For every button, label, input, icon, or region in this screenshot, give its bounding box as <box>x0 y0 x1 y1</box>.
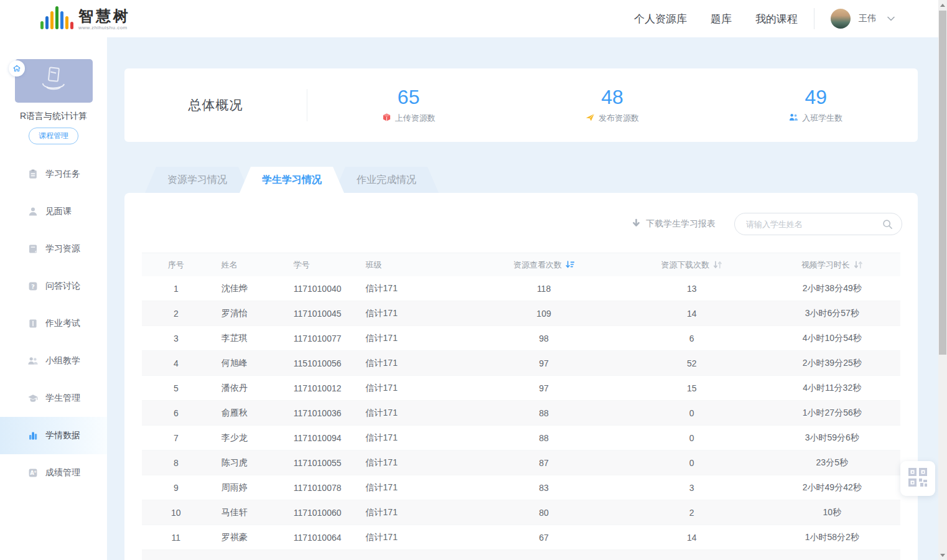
cell-resource-views: 80 <box>468 508 620 518</box>
zhihuishu-logo[interactable]: 智慧树 www.zhihuishu.com <box>40 7 131 30</box>
search-input[interactable] <box>746 220 882 229</box>
graduation-cap-icon <box>27 393 39 404</box>
cell-video-duration: 2小时49分42秒 <box>764 482 900 493</box>
tab-homework-completion[interactable]: 作业完成情况 <box>334 167 439 193</box>
cell-video-duration: 2小时38分49秒 <box>764 283 900 294</box>
student-search-box <box>734 213 902 235</box>
nav-item-question-bank[interactable]: 题库 <box>711 12 732 26</box>
cell-student-id: 1171010094 <box>290 433 366 443</box>
cell-resource-downloads: 0 <box>620 458 764 468</box>
bar-chart-icon <box>27 430 39 441</box>
sidebar-item-student-management[interactable]: 学生管理 <box>0 380 107 417</box>
cell-name: 何旭峰 <box>210 358 290 369</box>
sidebar-item-learning-resources[interactable]: 学习资源 <box>0 230 107 268</box>
table-row[interactable]: 5 潘依丹 1171010012 信计171 97 15 4小时11分32秒 <box>142 376 900 401</box>
qr-code-button[interactable] <box>900 461 935 496</box>
table-body: 1 沈佳烨 1171010040 信计171 118 13 2小时38分49秒 … <box>142 276 900 560</box>
table-row[interactable]: 8 陈习虎 1171010055 信计171 87 0 23分5秒 <box>142 450 900 475</box>
cell-video-duration: 1小时27分56秒 <box>764 408 900 419</box>
chevron-down-icon[interactable] <box>887 16 895 21</box>
table-row[interactable]: 3 李芷琪 1171010077 信计171 98 6 4小时10分54秒 <box>142 326 900 351</box>
nav-item-personal-resources[interactable]: 个人资源库 <box>634 12 687 26</box>
cell-resource-views: 67 <box>468 533 620 543</box>
sidebar-item-learning-data[interactable]: 学情数据 <box>0 417 107 454</box>
upload-box-icon <box>382 113 391 124</box>
table-row[interactable]: 1 沈佳烨 1171010040 信计171 118 13 2小时38分49秒 <box>142 276 900 301</box>
vertical-scrollbar[interactable] <box>938 0 947 560</box>
stat-published-resources: 48 发布资源数 <box>510 86 714 123</box>
sidebar-item-label: 作业考试 <box>45 318 80 329</box>
sidebar-item-grade-management[interactable]: A+ 成绩管理 <box>0 454 107 492</box>
stat-value: 48 <box>510 86 714 108</box>
cell-name: 沈佳烨 <box>210 283 290 294</box>
book-course-icon <box>37 65 70 97</box>
sort-descending-active-icon[interactable] <box>566 261 574 269</box>
cell-resource-downloads: 13 <box>620 284 764 294</box>
side-menu: 学习任务 见面课 学习资源 ? 问答讨论 作业考试 <box>0 156 107 492</box>
tab-resource-learning[interactable]: 资源学习情况 <box>145 167 250 193</box>
paper-plane-icon <box>585 113 595 124</box>
cell-student-id: 1171010045 <box>290 309 366 319</box>
sidebar-item-qa-discussion[interactable]: ? 问答讨论 <box>0 268 107 305</box>
user-name: 王伟 <box>859 13 876 24</box>
cell-class: 信计171 <box>366 532 469 543</box>
download-arrow-icon <box>632 218 641 230</box>
search-icon[interactable] <box>882 219 893 230</box>
sidebar-item-learning-tasks[interactable]: 学习任务 <box>0 156 107 193</box>
table-row[interactable] <box>142 550 900 560</box>
download-report-label: 下载学生学习报表 <box>646 218 716 230</box>
cell-index: 3 <box>142 334 210 343</box>
logo-brand-text: 智慧树 <box>78 9 131 24</box>
cell-student-id: 1171010055 <box>290 458 366 468</box>
sidebar-item-homework-exam[interactable]: 作业考试 <box>0 305 107 342</box>
user-menu[interactable]: 王伟 <box>831 9 895 29</box>
course-manage-button[interactable]: 课程管理 <box>29 128 78 144</box>
cell-video-duration: 4小时10分54秒 <box>764 333 900 344</box>
table-row[interactable]: 2 罗清怡 1171010045 信计171 109 14 3小时6分57秒 <box>142 301 900 326</box>
table-row[interactable]: 6 俞雁秋 1171010036 信计171 88 0 1小时27分56秒 <box>142 401 900 426</box>
cell-resource-views: 97 <box>468 358 620 368</box>
cell-resource-views: 118 <box>468 284 620 294</box>
book-icon <box>27 243 39 254</box>
table-row[interactable]: 9 周雨婷 1171010078 信计171 83 3 2小时49分42秒 <box>142 475 900 500</box>
table-row[interactable]: 7 李少龙 1171010094 信计171 88 0 3小时59分6秒 <box>142 426 900 450</box>
cell-resource-downloads: 3 <box>620 483 764 493</box>
avatar[interactable] <box>831 9 851 29</box>
table-row[interactable]: 10 马佳轩 1171010060 信计171 80 2 10秒 <box>142 500 900 525</box>
stat-enrolled-students: 49 入班学生数 <box>714 86 918 123</box>
col-header-student-id: 学号 <box>290 259 366 271</box>
clipboard-icon <box>27 169 39 180</box>
cell-resource-views: 97 <box>468 383 620 393</box>
exam-book-icon <box>27 318 39 329</box>
scrollbar-up-arrow[interactable] <box>938 0 947 10</box>
cell-name: 李芷琪 <box>210 333 290 344</box>
sidebar-item-meeting-class[interactable]: 见面课 <box>0 193 107 230</box>
table-row[interactable]: 11 罗祺豪 1171010064 信计171 67 14 1小时58分2秒 <box>142 525 900 550</box>
cell-index: 10 <box>142 508 210 518</box>
cell-resource-downloads: 15 <box>620 383 764 393</box>
sort-updown-icon[interactable] <box>713 261 722 269</box>
table-row[interactable]: 4 何旭峰 1151010056 信计171 97 52 2小时39分25秒 <box>142 351 900 376</box>
overview-divider <box>307 89 307 121</box>
col-header-resource-downloads[interactable]: 资源下载次数 <box>661 259 722 271</box>
main-content: 总体概况 65 上传资源数 48 发布资源数 <box>107 37 938 560</box>
col-header-video-duration[interactable]: 视频学习时长 <box>801 259 863 271</box>
sort-updown-icon[interactable] <box>854 261 863 269</box>
tab-bar: 资源学习情况 学生学习情况 作业完成情况 <box>145 167 918 193</box>
course-cover[interactable] <box>15 59 93 103</box>
scrollbar-down-arrow[interactable] <box>938 550 947 560</box>
students-table: 序号 姓名 学号 班级 资源查看次数 资源下载次数 <box>142 253 900 560</box>
sidebar-item-group-teaching[interactable]: 小组教学 <box>0 342 107 380</box>
cell-index: 1 <box>142 284 210 294</box>
tab-student-learning[interactable]: 学生学习情况 <box>240 167 344 193</box>
nav-item-my-courses[interactable]: 我的课程 <box>755 12 798 26</box>
home-icon[interactable] <box>9 60 25 77</box>
cell-class: 信计171 <box>366 482 469 493</box>
download-report-link[interactable]: 下载学生学习报表 <box>632 218 716 230</box>
overview-title: 总体概况 <box>189 98 243 112</box>
students-icon <box>789 113 798 124</box>
scrollbar-thumb[interactable] <box>939 11 946 355</box>
col-header-resource-views[interactable]: 资源查看次数 <box>513 259 574 271</box>
cell-resource-views: 83 <box>468 483 620 493</box>
cell-name: 李少龙 <box>210 432 290 444</box>
